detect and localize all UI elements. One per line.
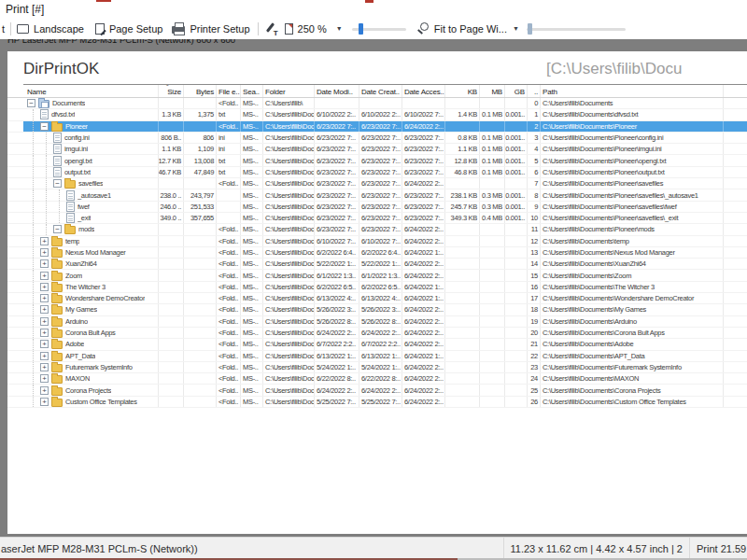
- column-header-idx: ..: [528, 85, 541, 97]
- cell-sea: MS-..: [241, 328, 263, 338]
- expand-box-icon: +: [40, 259, 49, 268]
- cell-folder: C:\Users\filib\: [263, 98, 315, 108]
- cell-mb: [480, 397, 505, 407]
- table-row: +My Games<Fold..MS-..C:\Users\filib\Doc.…: [7, 304, 747, 315]
- zoom-level-control[interactable]: 250 %: [285, 23, 327, 35]
- item-name: imgui.ini: [64, 145, 88, 153]
- window-titlebar: Print [#]: [0, 0, 747, 18]
- cell-kb: [445, 316, 480, 327]
- fit-dropdown-caret-icon[interactable]: ▼: [513, 25, 519, 32]
- tree-guide: [27, 259, 40, 269]
- item-name: config.ini: [64, 133, 90, 142]
- cell-name: +Adobe: [23, 339, 159, 349]
- page-width-slider-thumb[interactable]: [528, 23, 532, 35]
- cell-folder: C:\Users\filib\Doc..: [263, 178, 315, 189]
- table-row: _exit349.0 ..357,655MS-..C:\Users\filib\…: [7, 213, 747, 224]
- cell-dmod: 6/24/2022 2:..: [315, 385, 359, 395]
- cell-folder: C:\Users\filib\Doc..: [263, 270, 315, 280]
- cell-mb: [480, 339, 505, 349]
- cell-gb: [505, 247, 528, 258]
- cell-size: [159, 121, 184, 132]
- cell-kb: 1.4 KB: [445, 109, 480, 119]
- cell-size: [159, 98, 184, 108]
- fit-mode-control[interactable]: Fit to Page Wi...: [417, 22, 507, 35]
- folder-icon: [64, 180, 76, 189]
- cell-size: [159, 385, 184, 395]
- table-row: +XuanZhi64<Fold..MS-..C:\Users\filib\Doc…: [7, 259, 747, 270]
- page-width-slider[interactable]: [527, 22, 626, 35]
- column-header-bytes: Bytes: [184, 85, 217, 97]
- column-header-path: Path: [541, 85, 724, 97]
- cell-mb: [480, 282, 505, 292]
- tree-guide: [40, 213, 53, 223]
- cell-bytes: [184, 224, 217, 234]
- cell-name: +Corona Bult Apps: [23, 328, 159, 338]
- cell-name: _autosave1: [23, 189, 159, 200]
- item-name: Adobe: [65, 340, 84, 348]
- printer-icon: [172, 26, 185, 34]
- file-icon: [53, 156, 62, 166]
- cell-path: C:\Users\filib\Documents\Pioneer\opengl.…: [541, 155, 724, 165]
- cell-bytes: 47,849: [184, 167, 217, 177]
- cell-ext: <Fold..: [217, 259, 241, 269]
- cell-name: opengl.txt: [23, 155, 159, 165]
- cell-mb: [480, 247, 505, 258]
- cell-folder: C:\Users\filib\Doc..: [263, 133, 315, 143]
- cell-size: [159, 316, 184, 327]
- cell-gb: 0.001..: [505, 155, 528, 165]
- printer-setup-button[interactable]: Printer Setup: [172, 23, 249, 35]
- table-row: dfvsd.txt1.3 KB1,375txtMS-..C:\Users\fil…: [7, 109, 747, 120]
- cell-folder: C:\Users\filib\Doc..: [263, 109, 315, 119]
- tree-guide: [40, 144, 53, 154]
- cell-name: output.txt: [23, 167, 159, 177]
- file-icon: [53, 144, 62, 154]
- tree-guide: [40, 189, 53, 200]
- cell-mb: [480, 373, 505, 384]
- table-row: fwef246.0 ..251,533MS-..C:\Users\filib\D…: [7, 202, 747, 213]
- column-header-name: Name: [23, 85, 159, 97]
- cell-name: _exit: [23, 213, 159, 223]
- font-button[interactable]: T: [264, 22, 277, 35]
- cell-dmod: 6/23/2022 7:..: [315, 189, 359, 200]
- cell-idx: 16: [528, 282, 541, 292]
- cell-kb: [445, 247, 480, 258]
- cell-ext: ini: [217, 133, 241, 143]
- cell-kb: [445, 373, 480, 384]
- tree-guide: [27, 189, 40, 200]
- item-name: Corona Projects: [65, 386, 111, 395]
- cell-mb: 0.1 MB: [480, 144, 505, 154]
- file-icon: [40, 109, 49, 119]
- page-setup-button[interactable]: Page Setup: [95, 23, 163, 35]
- cell-gb: 0.001..: [505, 202, 528, 212]
- cell-folder: C:\Users\filib\Doc..: [263, 316, 315, 327]
- zoom-slider-thumb[interactable]: [359, 23, 363, 35]
- tree-guide: [27, 270, 40, 280]
- cell-dacces: 6/24/2022 2:..: [402, 121, 445, 132]
- table-row: −Documents<Fold..MS-..C:\Users\filib\0C:…: [7, 98, 747, 109]
- tree-guide: [27, 351, 40, 361]
- cell-dacces: 6/24/2022 2:..: [402, 304, 445, 315]
- cell-path: C:\Users\filib\Documents\Wondershare Dem…: [541, 293, 724, 303]
- cell-kb: [445, 259, 480, 269]
- cell-dcreat: 6/23/2022 7:..: [359, 133, 402, 143]
- cell-size: [159, 247, 184, 258]
- cell-sea: MS-..: [241, 247, 263, 258]
- cell-name: +My Games: [23, 304, 159, 315]
- table-row: imgui.ini1.1 KB1,109iniMS-..C:\Users\fil…: [7, 144, 747, 155]
- cell-gb: [505, 293, 528, 303]
- cell-ext: <Fold..: [217, 385, 241, 395]
- landscape-button[interactable]: Landscape: [17, 23, 84, 35]
- folder-icon: [51, 273, 63, 281]
- cell-sea: MS-..: [241, 224, 263, 234]
- cell-path: C:\Users\filib\Documents\Custom Office T…: [541, 397, 724, 407]
- cell-bytes: 251,533: [184, 202, 217, 212]
- cell-gb: 0.001..: [505, 109, 528, 119]
- collapse-box-icon: −: [40, 122, 49, 131]
- item-name: APT_Data: [65, 352, 95, 360]
- cell-bytes: [184, 98, 217, 108]
- zoom-slider[interactable]: [352, 22, 406, 35]
- zoom-dropdown-caret-icon[interactable]: ▼: [336, 25, 343, 32]
- expand-box-icon: +: [40, 237, 49, 245]
- truncated-print-button[interactable]: t: [2, 23, 5, 35]
- item-name: The Witcher 3: [65, 283, 106, 291]
